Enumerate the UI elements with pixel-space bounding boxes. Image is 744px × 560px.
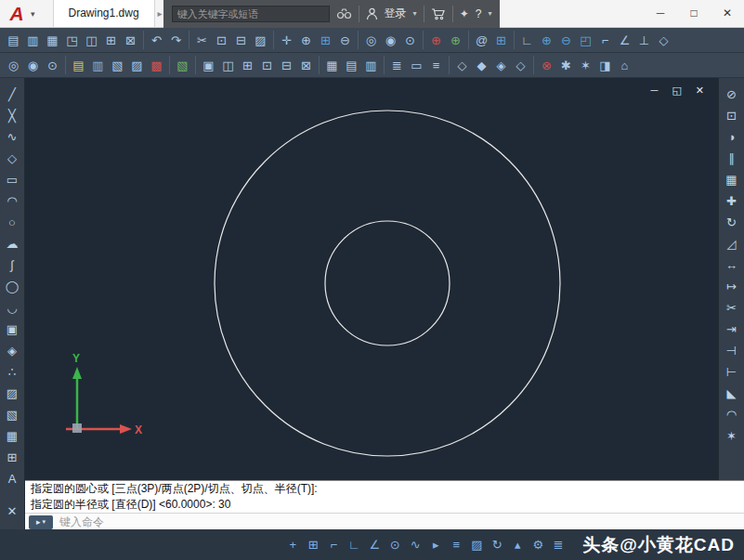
publish-icon[interactable]: ⊞ — [102, 31, 120, 50]
revision-cloud-icon[interactable]: ☁ — [3, 234, 22, 254]
send-to-back-icon[interactable]: ◆ — [473, 56, 490, 75]
polygon-icon[interactable]: ◇ — [3, 149, 22, 168]
move-icon[interactable]: ✚ — [722, 191, 741, 211]
model-space-icon[interactable]: + — [283, 536, 302, 554]
design-center-icon[interactable]: ⌂ — [616, 56, 633, 75]
point-style-icon[interactable]: ⊗ — [538, 56, 555, 75]
help-button[interactable]: ? — [476, 7, 482, 20]
angle-tool-icon[interactable]: ∠ — [616, 31, 633, 50]
polyline-icon[interactable]: ∿ — [3, 127, 22, 147]
command-input[interactable] — [58, 514, 336, 529]
cut-clip-icon[interactable]: ✂ — [193, 31, 211, 50]
area-tool-icon[interactable]: ▭ — [408, 56, 425, 75]
lineweight-icon[interactable]: ≡ — [447, 536, 465, 554]
zoom-out-icon[interactable]: ⊖ — [557, 31, 575, 50]
at-symbol-icon[interactable]: @ — [473, 31, 490, 50]
open-file-icon[interactable]: ▥ — [24, 31, 42, 50]
plot-preview-icon[interactable]: ◫ — [83, 31, 100, 50]
window-close-icon[interactable]: ✕ — [711, 0, 744, 27]
signin-button[interactable]: 登录 — [385, 6, 407, 21]
bring-above-icon[interactable]: ◈ — [492, 56, 510, 75]
attach-xref-icon[interactable]: ⊞ — [239, 56, 256, 75]
insert-block-icon[interactable]: ◫ — [219, 56, 237, 75]
window-minimize-icon[interactable]: ─ — [644, 0, 677, 27]
viewport-restore-icon[interactable]: ◱ — [672, 85, 681, 96]
extend-icon[interactable]: ⇥ — [722, 319, 741, 339]
drawing-area[interactable]: Y X ─◱✕ — [25, 78, 718, 480]
insert-block-icon[interactable]: ▣ — [3, 319, 22, 339]
exchange-apps-icon[interactable]: ✦ — [460, 7, 469, 20]
bring-to-front-icon[interactable]: ◇ — [453, 56, 471, 75]
zoom-realtime-icon[interactable]: ⊕ — [297, 31, 315, 50]
snap-mode-icon[interactable]: ⌐ — [324, 536, 343, 554]
break-icon[interactable]: ⊢ — [722, 362, 741, 382]
arc-icon[interactable]: ◠ — [3, 191, 22, 211]
solid-circle-tool-icon[interactable]: ◉ — [24, 56, 42, 75]
measure-icon[interactable]: ≣ — [388, 56, 406, 75]
grid-display-icon[interactable]: ⊞ — [304, 536, 322, 554]
selection-cycling-icon[interactable]: ↻ — [488, 536, 506, 554]
ortho-mode-icon[interactable]: ∟ — [345, 536, 363, 554]
circle-entity[interactable] — [215, 111, 560, 456]
object-snap-tracking-icon[interactable]: ∿ — [406, 536, 424, 554]
orbit-tool-icon[interactable]: ⊙ — [44, 56, 61, 75]
command-prompt-icon[interactable]: ▸ ▾ — [29, 515, 53, 529]
layer-color-icon[interactable]: ▩ — [148, 56, 165, 75]
layer-freeze-icon[interactable]: ▧ — [109, 56, 126, 75]
plot-icon[interactable]: ◳ — [63, 31, 81, 50]
attach-image-icon[interactable]: ⊡ — [258, 56, 276, 75]
zoom-window-icon[interactable]: ⊞ — [317, 31, 334, 50]
polar-tracking-icon[interactable]: ∠ — [365, 536, 384, 554]
view-tool-icon[interactable]: ◇ — [655, 31, 672, 50]
table-icon[interactable]: ⊞ — [3, 448, 22, 467]
cart-icon[interactable] — [431, 7, 446, 20]
donut-icon[interactable]: ◎ — [362, 31, 380, 50]
mirror-icon[interactable]: ◑ — [722, 127, 741, 147]
layer-properties-icon[interactable]: ▤ — [70, 56, 87, 75]
ungroup-icon[interactable]: ▤ — [343, 56, 360, 75]
autocad-logo-icon[interactable]: A — [5, 2, 29, 26]
layer-lock-icon[interactable]: ▨ — [128, 56, 146, 75]
multiple-points-icon[interactable]: ∴ — [3, 362, 22, 382]
pan-icon[interactable]: ✛ — [278, 31, 295, 50]
binoculars-search-icon[interactable] — [336, 7, 352, 20]
explode-icon[interactable]: ✶ — [577, 56, 594, 75]
lengthen-icon[interactable]: ↦ — [722, 277, 741, 296]
workspace-switching-icon[interactable]: ⚙ — [529, 536, 547, 554]
signin-dropdown-icon[interactable]: ▾ — [413, 9, 417, 18]
make-block-icon[interactable]: ◈ — [3, 341, 22, 360]
group-edit-icon[interactable]: ▥ — [362, 56, 380, 75]
command-close-icon[interactable]: ✕ — [3, 501, 22, 521]
new-file-icon[interactable]: ▤ — [5, 31, 22, 50]
group-icon[interactable]: ▦ — [323, 56, 341, 75]
copy-clip-icon[interactable]: ⊡ — [213, 31, 230, 50]
transparency-icon[interactable]: ▨ — [467, 536, 486, 554]
hatch-icon[interactable]: ▨ — [3, 384, 22, 403]
undo-icon[interactable]: ↶ — [148, 31, 165, 50]
record-red-icon[interactable]: ⊕ — [427, 31, 445, 50]
zoom-previous-icon[interactable]: ⊖ — [336, 31, 354, 50]
ellipse-icon[interactable]: ◯ — [3, 277, 22, 296]
construction-line-icon[interactable]: ╳ — [3, 106, 22, 125]
command-input-row[interactable]: ▸ ▾ — [25, 513, 744, 530]
zoom-extents-icon[interactable]: ◰ — [577, 31, 594, 50]
viewport-close-icon[interactable]: ✕ — [696, 85, 704, 96]
line-icon[interactable]: ╱ — [3, 85, 22, 104]
tab-overflow-icon[interactable]: ▸ — [158, 8, 163, 19]
paste-clip-icon[interactable]: ⊟ — [232, 31, 250, 50]
circle-entity[interactable] — [325, 221, 450, 345]
ellipse-arc-icon[interactable]: ◡ — [3, 298, 22, 318]
properties-panel-icon[interactable]: ◨ — [596, 56, 614, 75]
save-file-icon[interactable]: ▦ — [44, 31, 61, 50]
filled-circle-icon[interactable]: ◉ — [382, 31, 399, 50]
explode-icon[interactable]: ✶ — [722, 426, 741, 446]
command-recent-dropdown-icon[interactable]: ▾ — [43, 518, 46, 526]
match-properties-icon[interactable]: ▨ — [252, 31, 269, 50]
spline-icon[interactable]: ∫ — [3, 255, 22, 275]
annotation-scale-icon[interactable]: ▴ — [508, 536, 527, 554]
break-at-point-icon[interactable]: ⊣ — [722, 341, 741, 360]
ucs-tool-icon[interactable]: ⊥ — [635, 31, 653, 50]
list-tool-icon[interactable]: ≡ — [427, 56, 445, 75]
copy-icon[interactable]: ⊡ — [722, 106, 741, 125]
circle-icon[interactable]: ○ — [3, 213, 22, 232]
